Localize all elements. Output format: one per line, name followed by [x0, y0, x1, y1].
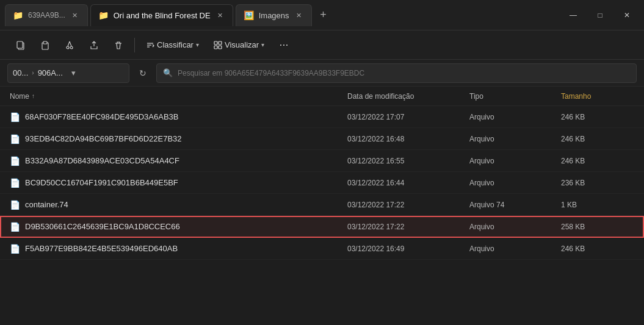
maximize-button[interactable]: □ [588, 6, 612, 24]
cut-button[interactable] [59, 34, 81, 56]
refresh-icon: ↻ [139, 68, 147, 78]
svg-line-7 [70, 41, 71, 46]
file-modified: 03/12/2022 16:49 [347, 245, 469, 253]
file-modified: 03/12/2022 16:55 [347, 157, 469, 165]
view-icon [214, 41, 222, 49]
file-name: D9B530661C2645639E1BC9A1D8CCEC66 [25, 222, 180, 231]
tab-1-close[interactable]: ✕ [70, 10, 80, 20]
file-size: 246 KB [561, 157, 634, 165]
table-row[interactable]: 📄 68AF030F78EE40FC984DE495D3A6AB3B 03/12… [0, 106, 644, 128]
search-icon: 🔍 [163, 68, 173, 77]
file-name: 93EDB4C82DA94BC69B7BF6D6D22E7B32 [25, 134, 182, 143]
breadcrumb-root: 00... [13, 68, 28, 77]
file-icon: 📄 [10, 178, 20, 188]
svg-rect-3 [43, 41, 47, 44]
search-box[interactable]: 🔍 [156, 63, 637, 83]
file-size: 246 KB [561, 135, 634, 143]
col-type-header[interactable]: Tipo [469, 92, 561, 101]
copy-button[interactable] [10, 34, 32, 56]
table-row[interactable]: 📄 F5AB977E9BB842E4B5E539496ED640AB 03/12… [0, 238, 644, 260]
file-type: Arquivo [469, 157, 561, 165]
file-name: B332A9A87D6843989ACE03CD5A54A4CF [25, 156, 179, 165]
paste-button[interactable] [34, 34, 56, 56]
file-size: 246 KB [561, 245, 634, 253]
svg-rect-14 [219, 46, 222, 49]
tab-2-close[interactable]: ✕ [215, 10, 225, 20]
breadcrumb-expand-button[interactable]: ▾ [67, 66, 81, 80]
file-modified: 03/12/2022 17:22 [347, 223, 469, 231]
view-button[interactable]: Visualizar ▾ [208, 38, 270, 52]
file-icon: 📄 [10, 200, 20, 210]
col-name-label: Nome [10, 92, 29, 101]
search-input[interactable] [178, 69, 630, 77]
col-name-header[interactable]: Nome ↑ [10, 92, 347, 101]
file-type: Arquivo [469, 223, 561, 231]
sort-button[interactable]: Classificar ▾ [140, 38, 205, 52]
file-type: Arquivo [469, 135, 561, 143]
tab-1-label: 639AA9B... [28, 11, 65, 20]
new-tab-button[interactable]: + [314, 6, 333, 24]
file-size: 258 KB [561, 223, 634, 231]
col-modified-header[interactable]: Data de modificação [347, 92, 469, 101]
col-name-sort-icon: ↑ [32, 93, 35, 99]
tab-3[interactable]: 🖼️ Imagens ✕ [236, 4, 312, 26]
file-size: 246 KB [561, 113, 634, 121]
table-row[interactable]: 📄 D9B530661C2645639E1BC9A1D8CCEC66 03/12… [0, 216, 644, 238]
tab-2[interactable]: 📁 Ori and the Blind Forest DE ✕ [90, 4, 233, 26]
file-modified: 03/12/2022 16:44 [347, 179, 469, 187]
col-size-header[interactable]: Tamanho [561, 92, 634, 101]
file-type: Arquivo [469, 179, 561, 187]
breadcrumb[interactable]: 00... › 906A... ▾ [7, 63, 129, 83]
file-name: container.74 [25, 200, 68, 209]
window-controls: — □ ✕ [561, 6, 639, 24]
file-name: 68AF030F78EE40FC984DE495D3A6AB3B [25, 112, 179, 121]
file-icon: 📄 [10, 244, 20, 254]
file-type: Arquivo [469, 245, 561, 253]
more-icon: ··· [280, 38, 289, 51]
file-modified: 03/12/2022 17:22 [347, 201, 469, 209]
more-options-button[interactable]: ··· [273, 34, 295, 56]
file-modified: 03/12/2022 17:07 [347, 113, 469, 121]
tab-3-label: Imagens [259, 11, 289, 20]
view-label: Visualizar [225, 40, 259, 49]
svg-line-6 [68, 41, 70, 46]
delete-icon [114, 40, 123, 50]
title-bar: 📁 639AA9B... ✕ 📁 Ori and the Blind Fores… [0, 0, 644, 30]
tab-3-icon: 🖼️ [244, 10, 254, 20]
delete-button[interactable] [107, 34, 129, 56]
view-chevron-icon: ▾ [261, 41, 264, 48]
file-icon: 📄 [10, 134, 20, 144]
file-area: Nome ↑ Data de modificação Tipo Tamanho … [0, 87, 644, 260]
svg-rect-1 [17, 41, 23, 48]
tab-2-icon: 📁 [98, 10, 109, 20]
breadcrumb-separator-icon: › [32, 70, 34, 76]
file-icon: 📄 [10, 156, 20, 166]
file-type: Arquivo 74 [469, 201, 561, 209]
file-size: 1 KB [561, 201, 634, 209]
svg-rect-13 [214, 46, 217, 49]
share-button[interactable] [83, 34, 105, 56]
sort-label: Classificar [157, 40, 194, 49]
cut-icon [65, 40, 74, 50]
minimize-button[interactable]: — [561, 6, 585, 24]
svg-rect-12 [219, 41, 222, 45]
table-row[interactable]: 📄 B332A9A87D6843989ACE03CD5A54A4CF 03/12… [0, 150, 644, 172]
paste-icon [40, 40, 50, 50]
file-modified: 03/12/2022 16:48 [347, 135, 469, 143]
share-icon [89, 40, 99, 50]
table-row[interactable]: 📄 BC9D50CC16704F1991C901B6B449E5BF 03/12… [0, 172, 644, 194]
file-list: 📄 68AF030F78EE40FC984DE495D3A6AB3B 03/12… [0, 106, 644, 260]
tab-1[interactable]: 📁 639AA9B... ✕ [5, 4, 88, 26]
close-button[interactable]: ✕ [615, 6, 639, 24]
column-header: Nome ↑ Data de modificação Tipo Tamanho [0, 87, 644, 106]
toolbar: Classificar ▾ Visualizar ▾ ··· [0, 30, 644, 60]
file-name: BC9D50CC16704F1991C901B6B449E5BF [25, 178, 178, 187]
table-row[interactable]: 📄 93EDB4C82DA94BC69B7BF6D6D22E7B32 03/12… [0, 128, 644, 150]
table-row[interactable]: 📄 container.74 03/12/2022 17:22 Arquivo … [0, 194, 644, 216]
refresh-button[interactable]: ↻ [134, 65, 151, 82]
file-type: Arquivo [469, 113, 561, 121]
tab-1-icon: 📁 [13, 10, 23, 20]
sort-chevron-icon: ▾ [196, 41, 199, 48]
tab-3-close[interactable]: ✕ [294, 10, 304, 20]
address-bar: 00... › 906A... ▾ ↻ 🔍 [0, 60, 644, 87]
